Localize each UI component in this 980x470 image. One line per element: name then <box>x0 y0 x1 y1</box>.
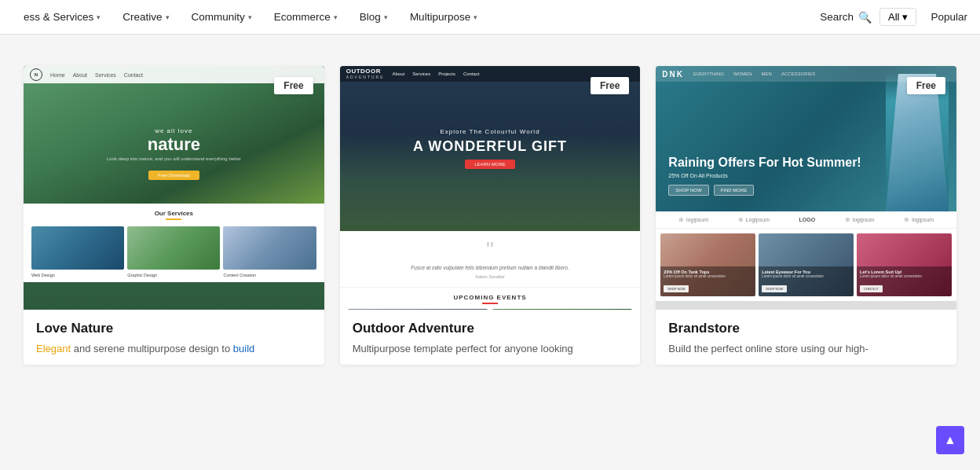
card2-preview[interactable]: Free OUTDOOR ADVENTURE About Services Pr… <box>340 66 641 310</box>
c2-event-img-1 <box>348 309 488 310</box>
c1-nature-title: nature <box>24 134 324 155</box>
c1-service-img-3 <box>223 226 316 270</box>
nav-item-community[interactable]: Community ▾ <box>181 0 263 35</box>
c3-discount: 25% Off On All Products <box>668 173 861 178</box>
filter-dropdown[interactable]: All ▾ <box>879 8 916 26</box>
c2-event-images <box>348 309 633 310</box>
card1-desc-highlight2: build <box>233 343 254 354</box>
c3-brand-1: ⊕ logipsum <box>678 216 708 223</box>
c1-free-download-btn[interactable]: Free Download <box>148 171 199 180</box>
c1-services-title: Our Services <box>31 210 316 217</box>
nav-label-community: Community <box>192 11 245 23</box>
chevron-down-icon: ▾ <box>248 13 252 21</box>
c1-services-section: Our Services Web Design Graphic Design C… <box>24 204 324 282</box>
filter-label: All <box>888 11 899 23</box>
c1-image-labels: Web Design Graphic Design Content Creati… <box>31 273 316 277</box>
c3-prod3-btn[interactable]: CHECK IT <box>860 285 883 292</box>
chevron-down-icon: ▾ <box>166 13 170 21</box>
cards-grid: Free N Home About Services Contact we al… <box>24 66 956 365</box>
card-outdoor-adventure: Free OUTDOOR ADVENTURE About Services Pr… <box>340 66 641 365</box>
nav-label-creative: Creative <box>122 11 162 23</box>
nav-label-services: ess & Services <box>24 11 93 23</box>
card3-info: Brandstore Build the perfect online stor… <box>656 310 956 365</box>
c2-quote-section: " Fusce at odio vulputate felis bibendum… <box>340 231 641 287</box>
c3-logo: DNK <box>662 70 684 79</box>
free-badge-card3: Free <box>907 77 945 94</box>
c3-prod2-overlay: Latest Eyewear For You Lorem ipsum dolor… <box>759 266 854 296</box>
c1-service-img-1 <box>31 226 124 270</box>
card-love-nature: Free N Home About Services Contact we al… <box>24 66 324 365</box>
card1-desc-highlight1: Elegant <box>36 343 71 354</box>
card2-info: Outdoor Adventure Multipurpose template … <box>340 310 641 365</box>
c3-shop-now-btn[interactable]: SHOP NOW <box>668 185 708 196</box>
card-brandstore: Free DNK EVERYTHING WOMEN MEN ACCESSORIE… <box>656 66 956 365</box>
nav-label-ecommerce: Ecommerce <box>274 11 331 23</box>
nav-item-services[interactable]: ess & Services ▾ <box>13 0 112 35</box>
c1-sub-text: Look deep into nature, and you will unde… <box>24 156 324 161</box>
c3-model-shape <box>886 74 949 211</box>
c2-quote-text: Fusce at odio vulputate felis bibendum p… <box>356 264 625 271</box>
card1-title: Love Nature <box>36 321 312 336</box>
c1-service-img-2 <box>127 226 220 270</box>
card3-title: Brandstore <box>668 321 944 336</box>
c3-buttons: SHOP NOW FIND MORE <box>668 185 861 196</box>
nav-items: ess & Services ▾ Creative ▾ Community ▾ … <box>13 0 820 35</box>
nav-item-multipurpose[interactable]: Multipurpose ▾ <box>399 0 488 35</box>
card1-desc: Elegant and serene multipurpose design t… <box>36 341 312 357</box>
c3-brand-2: ⊕ Logipsum <box>738 216 770 223</box>
c3-model-image <box>886 74 949 211</box>
c3-brands-section: ⊕ logipsum ⊕ Logipsum LOGO ⊕ logipsum <box>656 211 956 229</box>
c2-headline: A WONDERFUL GIFT <box>413 138 567 155</box>
c1-label-3: Content Creation <box>223 273 316 277</box>
c2-logo-text: OUTDOOR ADVENTURE <box>346 68 385 79</box>
c3-content: Raining Offers For Hot Summer! 25% Off O… <box>668 155 861 196</box>
navbar: ess & Services ▾ Creative ▾ Community ▾ … <box>0 0 980 35</box>
c2-event-img-2 <box>492 309 632 310</box>
c3-products: 20% Off On Tank Tops Lorem ipsum dolor s… <box>656 229 956 301</box>
main-content: Free N Home About Services Contact we al… <box>0 35 980 380</box>
c2-explore-text: Explore The Colourful World <box>440 128 539 135</box>
c3-find-more-btn[interactable]: FIND MORE <box>714 185 755 196</box>
card1-desc-text: and serene multipurpose design to <box>74 343 230 354</box>
c2-events-section: UPCOMING EVENTS <box>340 287 641 310</box>
nav-item-creative[interactable]: Creative ▾ <box>112 0 180 35</box>
brand-icon-4: ⊕ <box>845 216 850 223</box>
popular-label: Popular <box>924 11 967 23</box>
free-badge-card2: Free <box>591 77 629 94</box>
card2-desc: Multipurpose template perfect for anyone… <box>353 341 628 357</box>
c1-we-all-text: we all love <box>24 127 324 134</box>
c2-events-title: UPCOMING EVENTS <box>348 294 633 301</box>
chevron-down-icon: ▾ <box>97 13 101 21</box>
c3-prod1-overlay: 20% Off On Tank Tops Lorem ipsum dolor s… <box>660 266 755 296</box>
chevron-down-icon: ▾ <box>902 11 908 23</box>
c3-product-1: 20% Off On Tank Tops Lorem ipsum dolor s… <box>660 233 755 296</box>
card1-info: Love Nature Elegant and serene multipurp… <box>24 310 324 365</box>
brand-icon-1: ⊕ <box>678 216 684 223</box>
search-box[interactable]: Search 🔍 <box>820 11 872 24</box>
nav-item-blog[interactable]: Blog ▾ <box>349 0 399 35</box>
c3-prod2-btn[interactable]: SHOP NOW <box>762 285 787 292</box>
chevron-down-icon: ▾ <box>384 13 388 21</box>
c3-brand-3: LOGO <box>799 217 815 222</box>
c1-service-images <box>31 226 316 270</box>
card3-preview[interactable]: Free DNK EVERYTHING WOMEN MEN ACCESSORIE… <box>656 66 956 310</box>
search-label: Search <box>820 11 854 23</box>
c1-label-1: Web Design <box>31 273 124 277</box>
card1-preview[interactable]: Free N Home About Services Contact we al… <box>24 66 324 310</box>
c2-quote-mark: " <box>356 239 625 261</box>
c3-prod2-text: Lorem ipsum dolor sit amet consectetur <box>762 274 850 279</box>
c3-prod1-btn[interactable]: SHOP NOW <box>664 285 689 292</box>
c1-text-overlay: we all love nature Look deep into nature… <box>24 127 324 180</box>
nav-item-ecommerce[interactable]: Ecommerce ▾ <box>263 0 349 35</box>
c1-logo: N <box>30 68 42 81</box>
c3-prod3-text: Lorem ipsum dolor sit amet consectetur <box>860 274 949 279</box>
c3-prod3-overlay: Let's Lorem Suit Up! Lorem ipsum dolor s… <box>857 266 952 296</box>
c1-services-underline <box>166 218 181 220</box>
c3-product-2: Latest Eyewear For You Lorem ipsum dolor… <box>759 233 854 296</box>
c2-events-underline <box>482 303 498 304</box>
c3-headline: Raining Offers For Hot Summer! <box>668 155 861 170</box>
c2-learn-more-btn[interactable]: LEARN MORE <box>465 160 515 169</box>
c3-brand-4: ⊕ logipsum <box>845 216 875 223</box>
nav-label-multipurpose: Multipurpose <box>410 11 470 23</box>
nav-right: Search 🔍 All ▾ Popular <box>820 8 967 26</box>
